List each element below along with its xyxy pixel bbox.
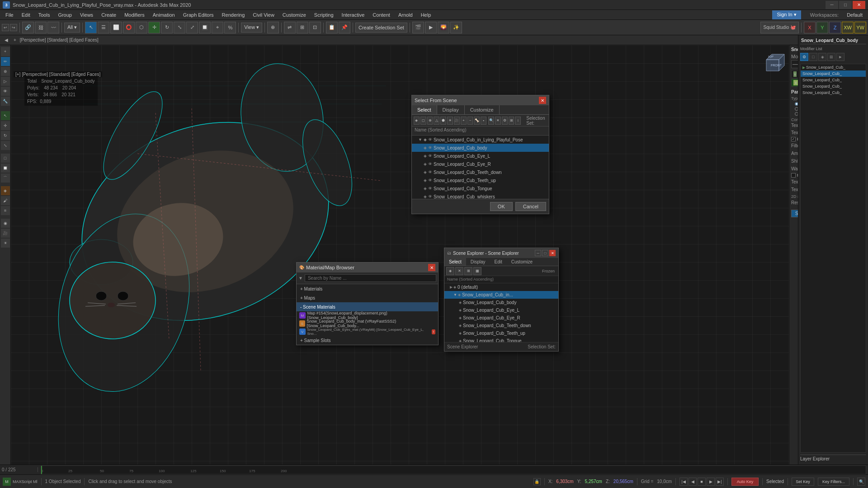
maximize-button[interactable]: □ (839, 1, 852, 9)
menu-content[interactable]: Content (369, 10, 394, 19)
light-btn[interactable]: ☀ (1, 239, 10, 248)
view-dropdown[interactable]: View ▾ (241, 23, 262, 33)
select-dialog-titlebar[interactable]: Select From Scene ✕ (412, 95, 549, 105)
obj-list[interactable]: ▶ Snow_Leopard_Cub_ Snow_Leopard_Cub_ Sn… (800, 64, 866, 453)
stop-btn[interactable]: ■ (698, 478, 706, 486)
viewport[interactable]: Total Snow_Leopard_Cub_body Polys: 48 23… (11, 45, 789, 465)
se-close-btn[interactable]: ✕ (549, 250, 556, 256)
z-axis-btn[interactable]: Z (829, 22, 841, 33)
sfs-whiskers-item[interactable]: ◈ 👁 Snow_Leopard_Cub_whiskers (412, 192, 549, 199)
link-button[interactable]: 🔗 (22, 22, 34, 33)
redo-button[interactable]: ↪ (10, 24, 17, 31)
undo-button[interactable]: ↩ (2, 24, 9, 31)
sfs-bone-btn[interactable]: 🦴 (474, 117, 480, 125)
menu-views[interactable]: Views (76, 10, 97, 19)
scale-type-button[interactable]: ⤢ (186, 22, 198, 33)
render-effects-button[interactable]: ✨ (450, 22, 462, 33)
wire-toggle-btn[interactable]: □ (1, 154, 10, 163)
menu-modifiers[interactable]: Modifiers (121, 10, 148, 19)
play-back-btn[interactable]: ◀ (689, 478, 697, 486)
se-tab-edit[interactable]: Edit (490, 258, 507, 266)
se-default-layer[interactable]: ▶ ◈ 0 (default) (444, 283, 558, 291)
percent-snap-button[interactable]: % (224, 22, 236, 33)
soft-sel-btn[interactable]: ◉ (1, 219, 10, 228)
menu-file[interactable]: File (2, 10, 17, 19)
mat-scene-materials-section[interactable]: - Scene Materials (297, 302, 438, 311)
next-key-btn[interactable]: ▶| (716, 478, 724, 486)
create-selection-set[interactable]: Create Selection Set (355, 23, 407, 33)
menu-tools[interactable]: Tools (35, 10, 54, 19)
sfs-col-btn[interactable]: ⊞ (509, 117, 514, 125)
menu-graph-editors[interactable]: Graph Editors (179, 10, 217, 19)
menu-rendering[interactable]: Rendering (218, 10, 249, 19)
sfs-particle-btn[interactable]: • (481, 117, 486, 125)
menu-edit[interactable]: Edit (18, 10, 34, 19)
align-type-button[interactable]: ⊡ (309, 22, 321, 33)
se-tab-customize[interactable]: Customize (507, 258, 537, 266)
render-env-button[interactable]: 🌄 (438, 22, 449, 33)
move-lt-btn[interactable]: ✛ (1, 121, 10, 130)
minimize-button[interactable]: ─ (826, 1, 838, 9)
sfs-spacewarp-btn[interactable]: ~ (467, 117, 473, 125)
sfs-body-item[interactable]: ◈ 👁 Snow_Leopard_Cub_body (412, 144, 549, 152)
camera-btn[interactable]: 🎥 (1, 229, 10, 238)
yw-btn[interactable]: YW (854, 22, 866, 33)
mat-item-2[interactable]: S Snow_Leopard_Cub_body_mat (VRayFastSSS… (297, 319, 438, 328)
scale-lt-btn[interactable]: ⤡ (1, 141, 10, 150)
create-panel-btn[interactable]: + (1, 47, 10, 56)
mat-browser-close[interactable]: ✕ (428, 264, 435, 271)
se-maximize-btn[interactable]: □ (542, 250, 548, 256)
sfs-helper-btn[interactable]: + (461, 117, 467, 125)
align-button[interactable]: ⊞ (297, 22, 308, 33)
se-root-pose[interactable]: ▼ ◈ Snow_Leopard_Cub_in... (444, 291, 558, 299)
play-btn[interactable]: ▶ (707, 478, 715, 486)
pivot-button[interactable]: ⊕ (267, 22, 279, 33)
select-tab-customize[interactable]: Customize (465, 105, 500, 114)
search-btn[interactable]: 🔍 (857, 478, 865, 486)
modify-panel-btn[interactable]: ✏ (1, 57, 10, 66)
auto-key-button[interactable]: Auto Key (731, 478, 759, 486)
sfs-shape-btn[interactable]: ⬟ (440, 117, 446, 125)
filter-texmap-check[interactable]: ✓ (791, 137, 796, 141)
select-object-button[interactable]: ↖ (85, 22, 97, 33)
se-body[interactable]: ◈ Snow_Leopard_Cub_body (444, 299, 558, 306)
select-dialog-close[interactable]: ✕ (539, 97, 546, 104)
menu-interactive[interactable]: Interactive (338, 10, 368, 19)
mat-materials-section[interactable]: + Materials (297, 284, 438, 293)
maxscript-icon[interactable]: M (3, 478, 11, 486)
sfs-eye-r-item[interactable]: ◈ 👁 Snow_Leopard_Cub_Eye_R (412, 160, 549, 168)
obj-list-item-4[interactable]: Snow_Leopard_Cub_ (801, 83, 866, 89)
se-eye-l[interactable]: ◈ Snow_Leopard_Cub_Eye_L (444, 306, 558, 314)
panel-icon-3[interactable]: ◈ (818, 53, 826, 61)
obj-list-item-1[interactable]: ▶ Snow_Leopard_Cub_ (801, 64, 866, 70)
mat-item-1[interactable]: M Map #154(SnowLeopard_displacement.png)… (297, 311, 438, 319)
mat-sample-slots[interactable]: + Sample Slots (297, 336, 438, 345)
scale-button[interactable]: ⤡ (174, 22, 185, 33)
menu-arnold[interactable]: Arnold (395, 10, 416, 19)
obj-list-item-2[interactable]: Snow_Leopard_Cub_ (801, 70, 866, 77)
se-none-btn[interactable]: ✕ (455, 267, 463, 275)
sfs-camera-btn[interactable]: 🎥 (454, 117, 460, 125)
menu-customize[interactable]: Customize (279, 10, 310, 19)
select-tab-select[interactable]: Select (412, 105, 437, 114)
bind-space-warp[interactable]: 〰 (47, 22, 59, 33)
nav-back[interactable]: ◀ (3, 37, 10, 43)
sfs-eye-l-item[interactable]: ◈ 👁 Snow_Leopard_Cub_Eye_L (412, 152, 549, 160)
panel-icon-2[interactable]: □ (809, 53, 817, 61)
workspaces-value[interactable]: Default (843, 10, 866, 19)
mat-maps-section[interactable]: + Maps (297, 293, 438, 302)
menu-animation[interactable]: Animation (149, 10, 179, 19)
select-scene-list[interactable]: ▼ ◈ 👁 Snow_Leopard_Cub_in_Lying_Playful_… (412, 136, 549, 199)
breadcrumb-plus[interactable]: + (12, 37, 18, 43)
obj-list-item-3[interactable]: Snow_Leopard_Cub_ (801, 77, 866, 83)
panel-icon-1[interactable]: ⚙ (800, 53, 808, 61)
sfs-teeth-down-item[interactable]: ◈ 👁 Snow_Leopard_Cub_Teeth_down (412, 168, 549, 176)
xyw-btn[interactable]: XW (842, 22, 854, 33)
move-button[interactable]: ✛ (148, 22, 160, 33)
select-tab-display[interactable]: Display (437, 105, 465, 114)
rotate-lt-btn[interactable]: ↻ (1, 131, 10, 140)
sfs-teeth-up-item[interactable]: ◈ 👁 Snow_Leopard_Cub_Teeth_up (412, 176, 549, 184)
panel-icon-4[interactable]: ⊞ (827, 53, 835, 61)
circ-select-button[interactable]: ⭕ (123, 22, 135, 33)
sfs-tongue-item[interactable]: ◈ 👁 Snow_Leopard_Cub_Tongue (412, 184, 549, 192)
